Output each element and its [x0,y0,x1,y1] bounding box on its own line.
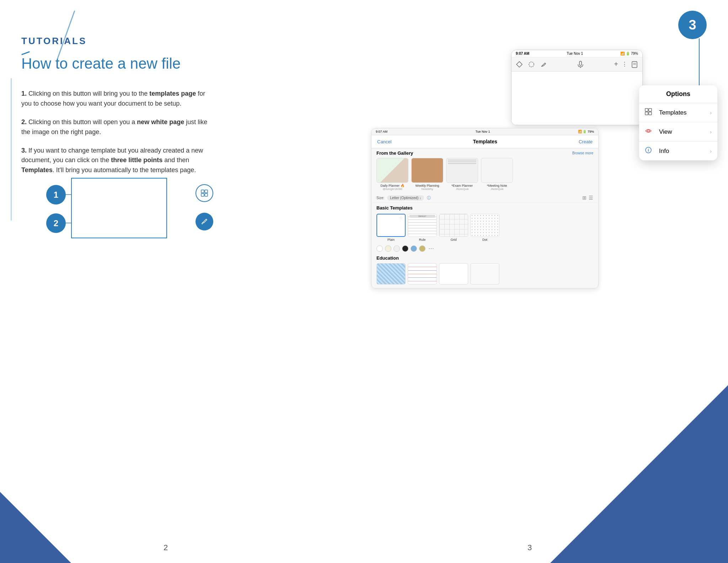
template-card-daily[interactable]: Daily Planner 🔥 @livinglir18280 [376,158,408,191]
badge3-connector [699,38,700,88]
color-black[interactable] [402,245,408,252]
more-button[interactable]: ⋮ [622,61,627,68]
edu-card-3[interactable] [439,263,468,285]
eye-icon [645,127,655,136]
edit-icon [200,218,208,225]
template-card-exam[interactable]: *Exam Planner .iNoteQuik [446,158,478,191]
info-badge-small: ⓘ [427,195,431,201]
options-info-item[interactable]: i Info › [639,142,717,160]
blue-corner-right [550,385,728,563]
grid-card[interactable]: Grid [439,214,468,241]
svg-rect-18 [645,112,648,115]
badge-3: 3 [678,11,707,39]
dot-thumb [470,214,499,237]
color-dots: ⋯ [371,244,598,253]
size-bar: Size: Letter (Optimized) ↓ ⓘ ⊞ ☰ [371,193,598,203]
options-templates-item[interactable]: Templates › [639,103,717,122]
color-blue[interactable] [411,245,417,252]
options-info-label: Info [659,148,669,155]
browse-more-link[interactable]: Browse more [572,151,593,155]
document-icon[interactable] [631,61,638,68]
exam-thumb [446,158,478,183]
step-3-bold2: Templates [21,166,53,174]
page-number-right: 3 [528,543,532,552]
step-3: 3. If you want to change template but yo… [21,146,213,176]
exam-label: *Exam Planner [446,184,478,187]
color-white[interactable] [376,245,383,252]
color-cream[interactable] [385,245,391,252]
daily-label: Daily Planner 🔥 [376,184,408,187]
svg-rect-4 [205,190,208,193]
svg-rect-17 [649,108,652,111]
edu-card-2[interactable] [408,263,437,285]
ipad-container: 9:07 AM Tue Nov 1 📶 🔋 79% [511,50,643,125]
step-3-bold1: three little points [111,156,162,164]
mic-icon[interactable] [577,60,584,68]
meeting-label: *Meeting Note [481,184,513,187]
step-1: 1. Clicking on this button will bring yo… [21,89,213,109]
dot-label: Dot [470,238,499,241]
pen-tool-icon[interactable] [540,61,547,68]
badge-2: 2 [46,213,66,233]
svg-rect-11 [579,61,582,65]
step-3-text-after: . It'll bring you automatically to the t… [53,166,196,174]
new-page-icon-button[interactable] [196,213,213,230]
meeting-thumb [481,158,513,183]
weekly-thumb [411,158,443,183]
lasso-tool-icon[interactable] [528,61,535,68]
templates-grid-icon [645,108,655,117]
step-2-num: 2. [21,118,27,126]
edu-card-1[interactable] [376,263,406,285]
rule-card[interactable]: DEFAULT Rule [408,214,437,241]
color-lightgray[interactable] [394,245,400,252]
step-3-num: 3. [21,147,27,154]
gallery-cards: Daily Planner 🔥 @livinglir18280 Weekly P… [371,156,598,193]
step-1-text-before: Clicking on this button will bring you t… [28,90,149,97]
size-value[interactable]: Letter (Optimized) ↓ [387,195,424,201]
template-card-weekly[interactable]: Weekly Planning NotaWhy [411,158,443,191]
more-colors-icon[interactable]: ⋯ [428,245,434,252]
basic-grid: ☆ Plain DEFAULT Rule Grid Dot [371,212,598,244]
grid-view-icon[interactable]: ⊞ [582,195,587,201]
gallery-title: From the Gallery [376,150,413,156]
template-card-meeting[interactable]: *Meeting Note .iNoteQuik [481,158,513,191]
create-button[interactable]: Create [579,139,593,144]
info-icon: i [645,147,655,155]
options-view-item[interactable]: View › [639,122,717,142]
cancel-button[interactable]: Cancel [377,139,391,144]
education-header: Education [371,253,598,262]
weekly-sublabel: NotaWhy [411,187,443,191]
left-page: TUTORIALS How to create a new file 1. Cl… [0,0,364,563]
shape-tool-icon[interactable] [516,61,523,68]
tmpl-date: Tue Nov 1 [475,130,490,133]
ipad-battery-area: 📶 🔋 79% [620,52,638,55]
page-number-left: 2 [164,543,168,552]
svg-rect-3 [201,190,204,193]
dot-card[interactable]: Dot [470,214,499,241]
color-gold[interactable] [419,245,425,252]
right-page: 3 9:07 AM Tue Nov 1 📶 🔋 79% [364,0,728,563]
templates-icon-button[interactable] [196,184,213,202]
add-button[interactable]: + [614,60,618,68]
education-grid [371,262,598,288]
main-heading: How to create a new file [21,55,181,72]
canvas-area [512,71,642,125]
svg-text:i: i [648,148,649,152]
templates-title: Templates [473,139,497,144]
svg-rect-16 [645,108,648,111]
svg-rect-5 [201,193,204,196]
decorative-slash [21,51,30,55]
ipad-date: Tue Nov 1 [567,52,583,55]
step-2-bold: new white page [137,118,184,126]
tmpl-time: 9:07 AM [376,130,387,133]
body-text: 1. Clicking on this button will bring yo… [21,89,213,184]
plain-card[interactable]: ☆ Plain [376,214,406,241]
grid-label: Grid [439,238,468,241]
weekly-label: Weekly Planning [411,184,443,187]
tutorials-heading: TUTORIALS [21,36,87,47]
exam-sublabel: .iNoteQuik [446,187,478,191]
tmpl-connectivity: 📶 🔋 79% [578,130,594,133]
list-view-icon[interactable]: ☰ [589,195,593,201]
edu-card-4[interactable] [470,263,499,285]
options-popup: Options Templates › View › [639,85,717,160]
